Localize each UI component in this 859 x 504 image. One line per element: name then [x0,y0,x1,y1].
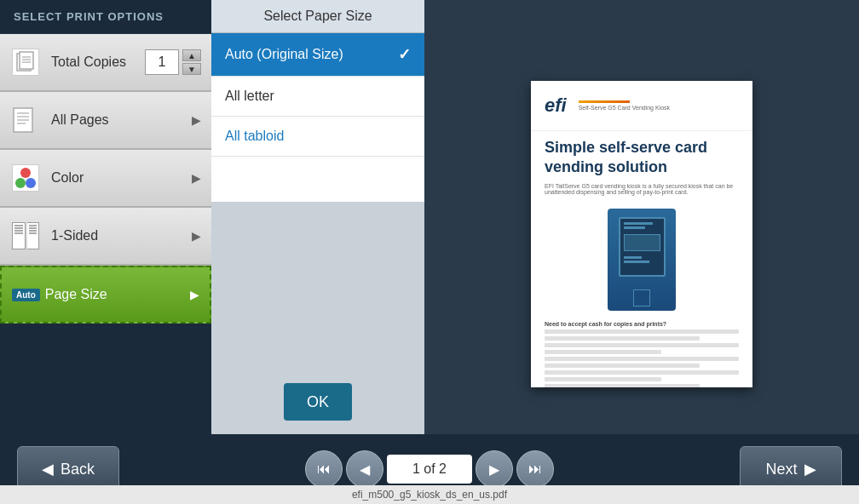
sided-arrow: ▶ [192,229,201,243]
copies-down-button[interactable]: ▼ [182,63,201,75]
preview-content: efi Self-Serve G5 Card Vending Kiosk Sim… [424,0,859,434]
dropdown-options-list: Auto (Original Size) ✓ All letter All ta… [211,33,424,202]
last-page-icon: ⏭ [528,461,542,477]
left-panel: SELECT PRINT OPTIONS Total Cop [0,0,211,504]
back-arrow-icon: ◀ [42,460,54,478]
filename-bar: efi_m500_g5_kiosk_ds_en_us.pdf [0,485,859,504]
auto-badge: Auto [12,289,40,301]
ok-button[interactable]: OK [284,383,352,421]
first-page-button[interactable]: ⏮ [305,450,343,488]
option-total-copies[interactable]: Total Copies ▲ ▼ [0,34,211,92]
option-page-size[interactable]: Auto Page Size ▶ [0,266,211,324]
doc-body-label: Need to accept cash for copies and print… [545,321,739,327]
last-page-button[interactable]: ⏭ [516,450,554,488]
copies-icon [10,47,41,77]
pages-icon [10,105,41,135]
doc-text-lines: Need to accept cash for copies and print… [531,318,752,387]
option-1-sided[interactable]: 1-Sided ▶ [0,208,211,266]
document-preview: efi Self-Serve G5 Card Vending Kiosk Sim… [531,81,752,387]
copies-buttons: ▲ ▼ [182,49,201,75]
next-arrow-icon: ▶ [804,460,816,478]
copies-control[interactable]: ▲ ▼ [145,49,201,75]
left-panel-title: SELECT PRINT OPTIONS [0,0,211,34]
color-arrow: ▶ [192,171,201,185]
next-page-button[interactable]: ▶ [476,450,513,488]
doc-image-area [531,202,752,318]
efi-tagline: Self-Serve G5 Card Vending Kiosk [579,105,670,111]
back-label: Back [61,461,95,478]
next-page-icon: ▶ [489,461,499,478]
first-page-icon: ⏮ [317,461,331,477]
dropdown-title: Select Paper Size [211,0,424,33]
selected-checkmark: ✓ [398,45,411,64]
doc-main-title: Simple self-serve card vending solution [531,131,752,181]
page-display: 1 of 2 [387,455,472,484]
efi-brand: efi [545,94,567,117]
option-auto-original[interactable]: Auto (Original Size) ✓ [211,33,424,77]
color-label: Color [51,170,192,186]
next-label: Next [765,461,797,478]
color-icon [10,163,41,193]
paper-size-dropdown: Select Paper Size Auto (Original Size) ✓… [211,0,424,434]
option-color[interactable]: Color ▶ [0,150,211,208]
kiosk-illustration [608,209,676,311]
sided-label: 1-Sided [51,228,192,243]
option-all-tabloid[interactable]: All tabloid [211,117,424,157]
option-all-pages[interactable]: All Pages ▶ [0,92,211,150]
efi-logo-area: efi Self-Serve G5 Card Vending Kiosk [545,94,739,117]
option-letter-label: All letter [225,89,274,104]
copies-input[interactable] [145,49,179,75]
svg-rect-1 [20,52,33,69]
prev-page-icon: ◀ [360,461,370,478]
page-size-label: Page Size [45,287,190,302]
all-pages-label: All Pages [51,112,192,128]
dropdown-footer: OK [211,369,424,434]
prev-page-button[interactable]: ◀ [346,450,383,488]
doc-sub-text: EFI TallServe G5 card vending kiosk is a… [531,181,752,202]
option-tabloid-label: All tabloid [225,129,284,144]
preview-panel: efi Self-Serve G5 Card Vending Kiosk Sim… [424,0,859,434]
doc-header: efi Self-Serve G5 Card Vending Kiosk [531,81,752,131]
option-auto-label: Auto (Original Size) [225,47,343,62]
total-copies-label: Total Copies [51,54,145,70]
pagination-controls: ⏮ ◀ 1 of 2 ▶ ⏭ [305,450,554,488]
page-size-arrow: ▶ [190,288,199,301]
all-pages-arrow: ▶ [192,113,201,127]
kiosk-screen [619,217,666,277]
filename-text: efi_m500_g5_kiosk_ds_en_us.pdf [352,489,507,501]
option-all-letter[interactable]: All letter [211,77,424,117]
main-container: SELECT PRINT OPTIONS Total Cop [0,0,859,504]
copies-up-button[interactable]: ▲ [182,49,201,61]
sided-icon [10,220,41,251]
